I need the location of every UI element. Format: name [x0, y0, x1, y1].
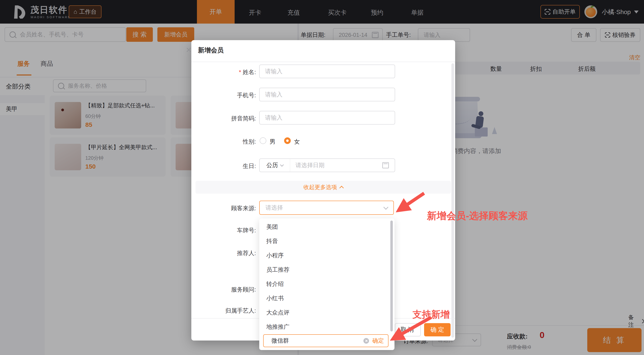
modal-header-divider — [191, 62, 455, 62]
gender-label: 性别: — [198, 138, 256, 146]
modal-scrollbar[interactable] — [452, 63, 454, 338]
phone-label: 手机号: — [198, 91, 256, 99]
dropdown-option[interactable]: 小程序 — [259, 248, 394, 263]
phone-field[interactable] — [265, 91, 395, 98]
annotation-support-add: 支持新增 — [412, 308, 450, 321]
pinyin-label: 拼音简码: — [198, 115, 256, 122]
artist-label: 归属手艺人: — [198, 307, 256, 315]
radio-female-label[interactable]: 女 — [294, 138, 300, 146]
required-asterisk: * — [239, 69, 243, 75]
pinyin-field[interactable] — [265, 114, 395, 121]
calendar-type-value: 公历 — [266, 161, 278, 169]
advisor-label: 服务顾问: — [198, 286, 256, 294]
customer-source-dropdown: 美团 抖音 小程序 员工推荐 转介绍 小红书 大众点评 地推推广 微信群 确定 — [259, 218, 394, 350]
calendar-type-select[interactable]: 公历 — [260, 159, 290, 172]
dropdown-option[interactable]: 转介绍 — [259, 277, 394, 291]
phone-input[interactable] — [259, 88, 395, 101]
new-source-value: 微信群 — [272, 337, 364, 345]
chevron-down-icon — [383, 205, 388, 210]
plate-label: 车牌号: — [198, 227, 256, 234]
customer-source-label: 顾客来源: — [198, 204, 256, 212]
confirm-button[interactable]: 确 定 — [424, 323, 450, 336]
clear-icon[interactable] — [364, 338, 369, 344]
dropdown-option[interactable]: 美团 — [259, 220, 394, 234]
radio-male[interactable] — [260, 137, 266, 144]
modal-title: 新增会员 — [198, 46, 224, 55]
dropdown-option[interactable]: 小红书 — [259, 291, 394, 305]
name-input[interactable] — [259, 64, 395, 78]
close-icon[interactable] — [186, 47, 192, 53]
calendar-icon — [382, 162, 389, 168]
collapse-more-bar[interactable]: 收起更多选项 — [196, 181, 451, 194]
chevron-down-icon — [280, 163, 284, 167]
new-source-confirm[interactable]: 确定 — [372, 337, 384, 345]
dropdown-option[interactable]: 地推推广 — [259, 320, 394, 334]
dropdown-option[interactable]: 抖音 — [259, 234, 394, 248]
dropdown-scrollbar[interactable] — [390, 221, 393, 332]
birthday-label: 生日: — [198, 162, 256, 170]
dropdown-option[interactable]: 大众点评 — [259, 305, 394, 320]
referrer-label: 推荐人: — [198, 249, 256, 257]
pinyin-input[interactable] — [259, 111, 395, 125]
customer-source-placeholder: 请选择 — [266, 204, 283, 212]
name-field[interactable] — [265, 68, 395, 75]
birthday-placeholder: 请选择日期 — [296, 161, 382, 169]
cancel-button[interactable]: 取消 — [395, 323, 421, 336]
annotation-select-source: 新增会员-选择顾客来源 — [427, 209, 528, 222]
radio-male-label[interactable]: 男 — [270, 138, 276, 146]
birthday-input[interactable]: 公历 请选择日期 — [259, 158, 395, 172]
collapse-more-label: 收起更多选项 — [304, 184, 337, 191]
name-label: * 姓名: — [198, 68, 256, 76]
dropdown-option[interactable]: 员工推荐 — [259, 263, 394, 277]
new-source-input[interactable]: 微信群 确定 — [263, 334, 388, 347]
customer-source-select[interactable]: 请选择 — [259, 201, 394, 215]
radio-female[interactable] — [284, 137, 291, 144]
chevron-up-icon — [339, 186, 344, 190]
app-window: 茂日软件 MAORI SOFTWARE ⌂ 工作台 开单 开卡 充值 买次卡 预… — [0, 0, 644, 355]
